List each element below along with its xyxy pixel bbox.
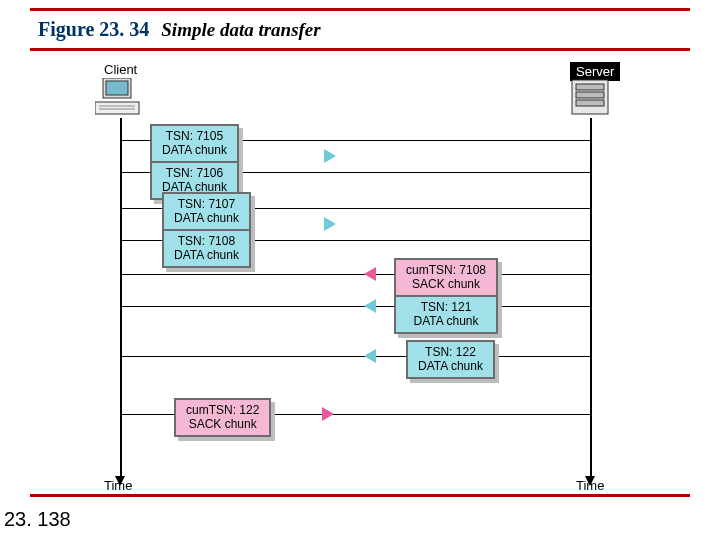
chunk-type: DATA chunk: [174, 211, 239, 225]
chunk-tsn: TSN: 121: [406, 300, 486, 314]
chunk-type: DATA chunk: [418, 359, 483, 373]
chunk-frame-3: cumTSN: 7108SACK chunk TSN: 121DATA chun…: [394, 258, 498, 334]
msg-line-3b: [122, 306, 590, 307]
sequence-diagram: Client Server Time Time TSN: 7105DATA ch…: [60, 60, 660, 490]
data-chunk: TSN: 7107DATA chunk: [164, 194, 249, 229]
svg-rect-6: [576, 84, 604, 90]
svg-rect-1: [106, 81, 128, 95]
chunk-frame-1: TSN: 7105DATA chunk TSN: 7106DATA chunk: [150, 124, 239, 200]
figure-number: Figure 23. 34: [38, 18, 149, 41]
figure-heading: Figure 23. 34 Simple data transfer: [38, 18, 321, 41]
server-lifeline: [590, 118, 592, 478]
chunk-frame-2: TSN: 7107DATA chunk TSN: 7108DATA chunk: [162, 192, 251, 268]
chunk-tsn: TSN: 122: [418, 345, 483, 359]
chunk-frame-4: TSN: 122DATA chunk: [406, 340, 495, 379]
svg-rect-7: [576, 92, 604, 98]
chunk-tsn: cumTSN: 122: [186, 403, 259, 417]
top-rule: [30, 8, 690, 11]
client-label: Client: [104, 62, 137, 77]
chunk-frame-5: cumTSN: 122SACK chunk: [174, 398, 271, 437]
svg-rect-2: [95, 102, 139, 114]
chunk-type: SACK chunk: [186, 417, 259, 431]
server-tower-icon: [568, 78, 612, 118]
data-chunk: TSN: 7105DATA chunk: [152, 126, 237, 161]
client-time-label: Time: [104, 478, 132, 493]
chunk-type: SACK chunk: [406, 277, 486, 291]
svg-rect-8: [576, 100, 604, 106]
arrow-right-icon: [324, 149, 336, 163]
chunk-tsn: TSN: 7108: [174, 234, 239, 248]
mid-rule: [30, 48, 690, 51]
data-chunk: TSN: 122DATA chunk: [408, 342, 493, 377]
chunk-type: DATA chunk: [162, 143, 227, 157]
msg-line-3: [122, 274, 590, 275]
page-number: 23. 138: [4, 508, 71, 531]
server-time-label: Time: [576, 478, 604, 493]
chunk-type: DATA chunk: [406, 314, 486, 328]
bottom-rule: [30, 494, 690, 497]
arrow-right-icon: [324, 217, 336, 231]
arrow-left-icon: [364, 267, 376, 281]
chunk-tsn: TSN: 7107: [174, 197, 239, 211]
chunk-tsn: cumTSN: 7108: [406, 263, 486, 277]
msg-line-4: [122, 356, 590, 357]
sack-chunk: cumTSN: 122SACK chunk: [176, 400, 269, 435]
chunk-type: DATA chunk: [174, 248, 239, 262]
chunk-tsn: TSN: 7105: [162, 129, 227, 143]
sack-chunk: cumTSN: 7108SACK chunk: [396, 260, 496, 295]
data-chunk: TSN: 121DATA chunk: [396, 295, 496, 332]
figure-title: Simple data transfer: [161, 19, 320, 41]
arrow-left-icon: [364, 299, 376, 313]
chunk-tsn: TSN: 7106: [162, 166, 227, 180]
data-chunk: TSN: 7108DATA chunk: [164, 229, 249, 266]
client-computer-icon: [95, 78, 145, 118]
arrow-left-icon: [364, 349, 376, 363]
arrow-right-icon: [322, 407, 334, 421]
